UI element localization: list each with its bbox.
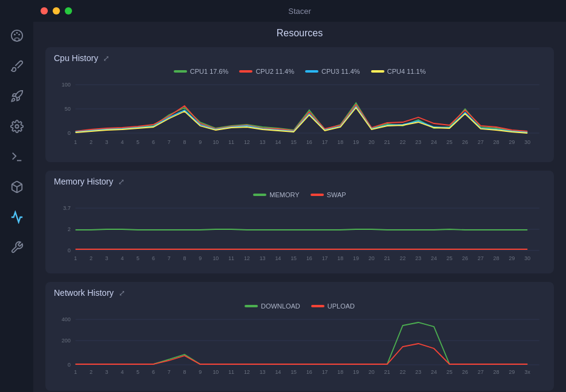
svg-text:9: 9: [199, 369, 202, 375]
svg-text:4: 4: [120, 255, 123, 261]
network-chart-header: Network History ⤢: [54, 288, 545, 298]
svg-text:2: 2: [90, 139, 93, 145]
svg-text:5: 5: [136, 369, 139, 375]
page-title: Resources: [45, 28, 554, 39]
svg-point-4: [15, 125, 19, 128]
svg-text:27: 27: [478, 255, 484, 261]
svg-text:200: 200: [62, 338, 71, 344]
maximize-button[interactable]: [65, 7, 72, 15]
svg-text:0: 0: [68, 247, 71, 253]
cpu-expand-icon[interactable]: ⤢: [103, 54, 110, 63]
svg-text:16: 16: [306, 139, 312, 145]
svg-point-1: [13, 34, 15, 36]
download-legend-item: DOWNLOAD: [245, 302, 300, 310]
svg-text:20: 20: [369, 369, 375, 375]
svg-text:11: 11: [228, 255, 234, 261]
svg-text:9: 9: [199, 255, 202, 261]
svg-text:24: 24: [431, 369, 437, 375]
memory-expand-icon[interactable]: ⤢: [118, 177, 125, 186]
cpu4-label: CPU4 11.1%: [387, 68, 426, 75]
svg-point-0: [11, 30, 22, 41]
svg-text:28: 28: [493, 369, 499, 375]
svg-text:7: 7: [168, 255, 171, 261]
cpu2-label: CPU2 11.4%: [255, 68, 294, 75]
svg-text:28: 28: [493, 139, 499, 145]
svg-text:3: 3: [105, 255, 108, 261]
svg-text:21: 21: [384, 139, 390, 145]
svg-text:29: 29: [509, 139, 515, 145]
sidebar-icon-terminal[interactable]: [8, 148, 25, 165]
svg-text:2: 2: [90, 369, 93, 375]
svg-text:16: 16: [306, 255, 312, 261]
svg-text:29: 29: [509, 369, 515, 375]
svg-text:12: 12: [244, 369, 250, 375]
memory-legend-item: MEMORY: [253, 191, 299, 198]
cpu-chart-title: Cpu History: [54, 53, 98, 63]
cpu2-legend: CPU2 11.4%: [239, 68, 294, 75]
svg-text:0: 0: [68, 362, 71, 368]
memory-chart-container: MEMORY SWAP 3.7 2 0: [54, 191, 545, 269]
svg-text:16: 16: [306, 369, 312, 375]
sidebar-icon-wrench[interactable]: [8, 239, 25, 256]
svg-text:11: 11: [228, 139, 234, 145]
svg-text:1: 1: [74, 369, 77, 375]
svg-point-2: [16, 32, 18, 34]
svg-text:22: 22: [400, 139, 406, 145]
sidebar-icon-chart[interactable]: [8, 209, 25, 226]
svg-text:30: 30: [524, 255, 530, 261]
svg-text:18: 18: [337, 369, 343, 375]
svg-text:2: 2: [90, 255, 93, 261]
network-chart-container: DOWNLOAD UPLOAD 400 200 0: [54, 302, 545, 386]
svg-text:13: 13: [260, 369, 266, 375]
sidebar-icon-palette[interactable]: [8, 27, 25, 44]
minimize-button[interactable]: [53, 7, 60, 15]
network-chart-title: Network History: [54, 288, 114, 298]
svg-point-3: [18, 34, 20, 36]
svg-text:14: 14: [275, 255, 281, 261]
cpu-history-section: Cpu History ⤢ CPU1 17.6% CPU2 11.4% CPU: [45, 47, 554, 162]
sidebar-icon-rocket[interactable]: [8, 88, 25, 105]
svg-text:1: 1: [74, 139, 77, 145]
svg-text:13: 13: [260, 255, 266, 261]
svg-text:18: 18: [337, 139, 343, 145]
network-history-section: Network History ⤢ DOWNLOAD UPLOAD: [45, 282, 554, 391]
svg-text:22: 22: [400, 369, 406, 375]
svg-text:10: 10: [212, 139, 219, 145]
svg-text:23: 23: [415, 369, 421, 375]
sidebar: [0, 0, 33, 392]
svg-text:2: 2: [68, 226, 71, 232]
svg-text:25: 25: [447, 139, 453, 145]
svg-text:24: 24: [431, 255, 437, 261]
cpu1-label: CPU1 17.6%: [190, 68, 229, 75]
svg-text:7: 7: [168, 369, 171, 375]
svg-text:400: 400: [62, 316, 71, 322]
svg-text:12: 12: [244, 255, 250, 261]
swap-legend-item: SWAP: [311, 191, 346, 198]
svg-text:18: 18: [337, 255, 343, 261]
main-area: Stacer Resources Cpu History ⤢ CPU1 17.6…: [33, 0, 566, 392]
svg-text:50: 50: [65, 106, 71, 112]
svg-text:5: 5: [136, 139, 139, 145]
svg-text:19: 19: [353, 255, 359, 261]
network-expand-icon[interactable]: ⤢: [119, 289, 125, 298]
svg-text:26: 26: [462, 255, 468, 261]
svg-text:26: 26: [462, 369, 468, 375]
upload-line: [76, 344, 528, 364]
download-line: [76, 322, 528, 364]
svg-text:29: 29: [509, 255, 515, 261]
svg-text:26: 26: [462, 139, 468, 145]
svg-text:4: 4: [120, 139, 123, 145]
memory-line: [76, 229, 528, 230]
sidebar-icon-box[interactable]: [8, 178, 25, 195]
svg-text:14: 14: [275, 139, 281, 145]
sidebar-icon-gear[interactable]: [8, 118, 25, 135]
svg-text:0: 0: [68, 130, 71, 136]
cpu-chart-header: Cpu History ⤢: [54, 53, 545, 63]
svg-text:6: 6: [152, 255, 155, 261]
close-button[interactable]: [41, 7, 48, 15]
sidebar-icon-brush[interactable]: [8, 57, 25, 74]
download-label: DOWNLOAD: [261, 302, 300, 310]
svg-text:6: 6: [152, 369, 155, 375]
svg-text:15: 15: [291, 255, 297, 261]
svg-text:3x: 3x: [525, 369, 531, 375]
